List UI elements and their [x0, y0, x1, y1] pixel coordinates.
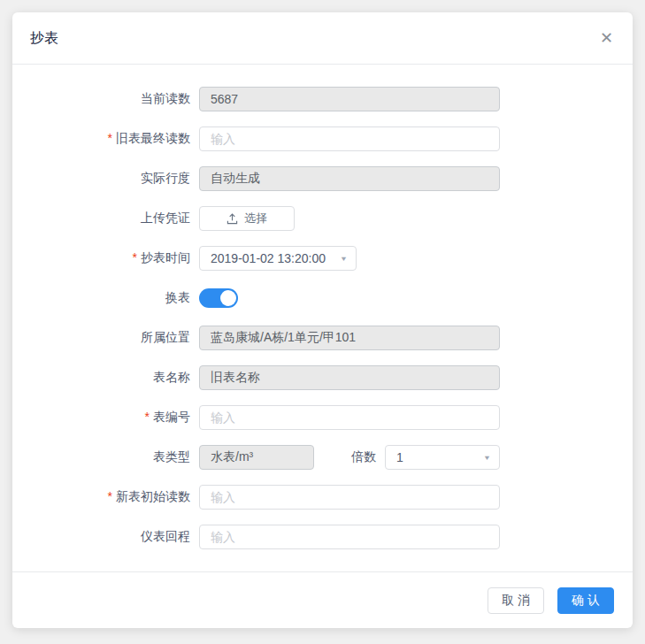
- current-reading-input: [199, 87, 500, 111]
- field-label: 实际行度: [12, 171, 199, 187]
- reading-time-select[interactable]: 2019-01-02 13:20:00 ▼: [199, 246, 357, 271]
- field-label: 新表初始读数: [116, 489, 190, 503]
- field-row-location: 所属位置: [12, 326, 633, 350]
- reading-time-value: 2019-01-02 13:20:00: [211, 251, 326, 265]
- dialog-header: 抄表 ✕: [12, 12, 633, 65]
- upload-icon: [227, 213, 238, 225]
- field-label: 表名称: [12, 370, 199, 386]
- upload-button-label: 选择: [244, 211, 267, 226]
- change-meter-toggle[interactable]: [199, 288, 238, 308]
- field-label: 上传凭证: [12, 211, 199, 226]
- new-meter-initial-reading-input[interactable]: [199, 485, 500, 510]
- meter-type-input: [199, 445, 314, 470]
- field-row-meter-type: 表类型 倍数 1 ▼: [12, 445, 633, 470]
- field-row-actual-usage: 实际行度: [12, 166, 633, 191]
- meter-backhaul-input[interactable]: [199, 525, 500, 549]
- field-label: 表类型: [12, 449, 199, 465]
- field-label: 当前读数: [12, 91, 199, 107]
- field-row-new-meter-initial-reading: *新表初始读数: [12, 485, 633, 510]
- location-input: [199, 326, 500, 350]
- meter-number-input[interactable]: [199, 405, 500, 430]
- field-row-old-meter-final-reading: *旧表最终读数: [12, 126, 633, 151]
- required-marker: *: [133, 250, 137, 264]
- field-row-current-reading: 当前读数: [12, 87, 633, 111]
- required-marker: *: [145, 410, 150, 424]
- field-row-meter-name: 表名称: [12, 365, 633, 390]
- required-marker: *: [108, 489, 112, 503]
- field-row-reading-time: *抄表时间 2019-01-02 13:20:00 ▼: [12, 246, 633, 271]
- cancel-button[interactable]: 取 消: [488, 587, 544, 614]
- field-row-upload-voucher: 上传凭证 选择: [12, 206, 633, 231]
- field-row-meter-backhaul: 仪表回程: [12, 525, 633, 549]
- dialog-footer: 取 消 确 认: [12, 571, 633, 628]
- multiplier-value: 1: [396, 450, 403, 464]
- multiplier-select[interactable]: 1 ▼: [385, 445, 500, 470]
- field-row-change-meter: 换表: [12, 286, 633, 310]
- field-label: 抄表时间: [141, 250, 190, 264]
- actual-usage-input: [199, 166, 500, 191]
- field-row-meter-number: *表编号: [12, 405, 633, 430]
- meter-name-input: [199, 365, 500, 390]
- field-label: 旧表最终读数: [116, 131, 190, 145]
- required-marker: *: [108, 131, 112, 145]
- dialog-body: 当前读数 *旧表最终读数 实际行度 上传凭证 选择 *抄表时间: [12, 65, 633, 549]
- close-icon[interactable]: ✕: [600, 30, 613, 46]
- toggle-knob: [220, 290, 236, 306]
- old-meter-final-reading-input[interactable]: [199, 126, 500, 151]
- chevron-down-icon: ▼: [340, 255, 348, 263]
- confirm-button[interactable]: 确 认: [557, 587, 614, 614]
- field-label: 仪表回程: [12, 529, 199, 545]
- field-label: 换表: [12, 290, 199, 306]
- meter-reading-dialog: 抄表 ✕ 当前读数 *旧表最终读数 实际行度 上传凭证 选择: [12, 12, 633, 628]
- dialog-title: 抄表: [30, 29, 58, 48]
- multiplier-label: 倍数: [314, 449, 385, 465]
- upload-voucher-button[interactable]: 选择: [199, 206, 295, 231]
- field-label: 所属位置: [12, 330, 199, 346]
- field-label: 表编号: [153, 410, 190, 424]
- chevron-down-icon: ▼: [483, 454, 491, 462]
